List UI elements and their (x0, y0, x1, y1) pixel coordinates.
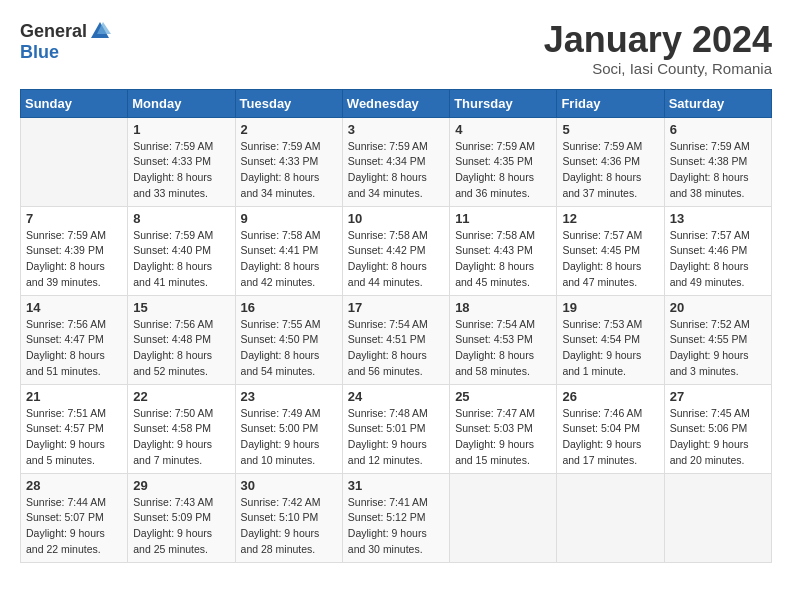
logo: General Blue (20, 20, 111, 63)
title-section: January 2024 Soci, Iasi County, Romania (544, 20, 772, 77)
day-info: Sunrise: 7:47 AMSunset: 5:03 PMDaylight:… (455, 406, 551, 469)
day-number: 21 (26, 389, 122, 404)
day-info: Sunrise: 7:56 AMSunset: 4:47 PMDaylight:… (26, 317, 122, 380)
day-info: Sunrise: 7:58 AMSunset: 4:41 PMDaylight:… (241, 228, 337, 291)
calendar-cell: 22Sunrise: 7:50 AMSunset: 4:58 PMDayligh… (128, 384, 235, 473)
day-info: Sunrise: 7:59 AMSunset: 4:40 PMDaylight:… (133, 228, 229, 291)
calendar-cell: 6Sunrise: 7:59 AMSunset: 4:38 PMDaylight… (664, 117, 771, 206)
calendar-cell: 29Sunrise: 7:43 AMSunset: 5:09 PMDayligh… (128, 473, 235, 562)
calendar-cell: 27Sunrise: 7:45 AMSunset: 5:06 PMDayligh… (664, 384, 771, 473)
day-info: Sunrise: 7:45 AMSunset: 5:06 PMDaylight:… (670, 406, 766, 469)
logo-blue-text: Blue (20, 42, 59, 62)
day-number: 17 (348, 300, 444, 315)
calendar-cell: 1Sunrise: 7:59 AMSunset: 4:33 PMDaylight… (128, 117, 235, 206)
day-info: Sunrise: 7:57 AMSunset: 4:45 PMDaylight:… (562, 228, 658, 291)
day-info: Sunrise: 7:52 AMSunset: 4:55 PMDaylight:… (670, 317, 766, 380)
calendar-cell (21, 117, 128, 206)
calendar-cell (664, 473, 771, 562)
day-number: 31 (348, 478, 444, 493)
calendar-cell: 3Sunrise: 7:59 AMSunset: 4:34 PMDaylight… (342, 117, 449, 206)
day-info: Sunrise: 7:43 AMSunset: 5:09 PMDaylight:… (133, 495, 229, 558)
day-info: Sunrise: 7:59 AMSunset: 4:38 PMDaylight:… (670, 139, 766, 202)
day-number: 30 (241, 478, 337, 493)
day-info: Sunrise: 7:59 AMSunset: 4:39 PMDaylight:… (26, 228, 122, 291)
logo-icon (89, 20, 111, 42)
day-number: 25 (455, 389, 551, 404)
day-number: 9 (241, 211, 337, 226)
day-number: 27 (670, 389, 766, 404)
day-number: 10 (348, 211, 444, 226)
day-number: 22 (133, 389, 229, 404)
day-number: 5 (562, 122, 658, 137)
calendar-cell: 20Sunrise: 7:52 AMSunset: 4:55 PMDayligh… (664, 295, 771, 384)
calendar-cell (450, 473, 557, 562)
calendar-cell: 19Sunrise: 7:53 AMSunset: 4:54 PMDayligh… (557, 295, 664, 384)
calendar-day-header: Wednesday (342, 89, 449, 117)
day-number: 14 (26, 300, 122, 315)
calendar-cell: 23Sunrise: 7:49 AMSunset: 5:00 PMDayligh… (235, 384, 342, 473)
day-info: Sunrise: 7:53 AMSunset: 4:54 PMDaylight:… (562, 317, 658, 380)
calendar-day-header: Thursday (450, 89, 557, 117)
day-number: 18 (455, 300, 551, 315)
day-number: 6 (670, 122, 766, 137)
calendar-cell: 8Sunrise: 7:59 AMSunset: 4:40 PMDaylight… (128, 206, 235, 295)
day-number: 28 (26, 478, 122, 493)
day-info: Sunrise: 7:57 AMSunset: 4:46 PMDaylight:… (670, 228, 766, 291)
day-number: 8 (133, 211, 229, 226)
calendar-cell: 30Sunrise: 7:42 AMSunset: 5:10 PMDayligh… (235, 473, 342, 562)
calendar-cell: 13Sunrise: 7:57 AMSunset: 4:46 PMDayligh… (664, 206, 771, 295)
calendar-cell: 17Sunrise: 7:54 AMSunset: 4:51 PMDayligh… (342, 295, 449, 384)
calendar-day-header: Friday (557, 89, 664, 117)
day-info: Sunrise: 7:59 AMSunset: 4:34 PMDaylight:… (348, 139, 444, 202)
calendar-cell (557, 473, 664, 562)
day-number: 15 (133, 300, 229, 315)
day-number: 1 (133, 122, 229, 137)
day-info: Sunrise: 7:58 AMSunset: 4:42 PMDaylight:… (348, 228, 444, 291)
calendar-cell: 28Sunrise: 7:44 AMSunset: 5:07 PMDayligh… (21, 473, 128, 562)
calendar-cell: 15Sunrise: 7:56 AMSunset: 4:48 PMDayligh… (128, 295, 235, 384)
day-info: Sunrise: 7:59 AMSunset: 4:35 PMDaylight:… (455, 139, 551, 202)
calendar-week-row: 14Sunrise: 7:56 AMSunset: 4:47 PMDayligh… (21, 295, 772, 384)
day-number: 19 (562, 300, 658, 315)
day-number: 20 (670, 300, 766, 315)
calendar-cell: 18Sunrise: 7:54 AMSunset: 4:53 PMDayligh… (450, 295, 557, 384)
calendar-cell: 31Sunrise: 7:41 AMSunset: 5:12 PMDayligh… (342, 473, 449, 562)
day-info: Sunrise: 7:49 AMSunset: 5:00 PMDaylight:… (241, 406, 337, 469)
day-number: 13 (670, 211, 766, 226)
calendar-cell: 10Sunrise: 7:58 AMSunset: 4:42 PMDayligh… (342, 206, 449, 295)
day-number: 26 (562, 389, 658, 404)
day-info: Sunrise: 7:59 AMSunset: 4:33 PMDaylight:… (241, 139, 337, 202)
calendar-day-header: Tuesday (235, 89, 342, 117)
calendar-day-header: Sunday (21, 89, 128, 117)
page-header: General Blue January 2024 Soci, Iasi Cou… (20, 20, 772, 77)
month-title: January 2024 (544, 20, 772, 60)
calendar-table: SundayMondayTuesdayWednesdayThursdayFrid… (20, 89, 772, 563)
location-text: Soci, Iasi County, Romania (544, 60, 772, 77)
day-info: Sunrise: 7:50 AMSunset: 4:58 PMDaylight:… (133, 406, 229, 469)
day-info: Sunrise: 7:44 AMSunset: 5:07 PMDaylight:… (26, 495, 122, 558)
calendar-cell: 4Sunrise: 7:59 AMSunset: 4:35 PMDaylight… (450, 117, 557, 206)
day-number: 4 (455, 122, 551, 137)
day-number: 16 (241, 300, 337, 315)
day-info: Sunrise: 7:58 AMSunset: 4:43 PMDaylight:… (455, 228, 551, 291)
day-info: Sunrise: 7:41 AMSunset: 5:12 PMDaylight:… (348, 495, 444, 558)
calendar-cell: 5Sunrise: 7:59 AMSunset: 4:36 PMDaylight… (557, 117, 664, 206)
calendar-day-header: Saturday (664, 89, 771, 117)
day-info: Sunrise: 7:59 AMSunset: 4:36 PMDaylight:… (562, 139, 658, 202)
calendar-header-row: SundayMondayTuesdayWednesdayThursdayFrid… (21, 89, 772, 117)
day-number: 2 (241, 122, 337, 137)
day-info: Sunrise: 7:55 AMSunset: 4:50 PMDaylight:… (241, 317, 337, 380)
day-number: 23 (241, 389, 337, 404)
day-number: 29 (133, 478, 229, 493)
day-number: 7 (26, 211, 122, 226)
day-info: Sunrise: 7:46 AMSunset: 5:04 PMDaylight:… (562, 406, 658, 469)
calendar-cell: 11Sunrise: 7:58 AMSunset: 4:43 PMDayligh… (450, 206, 557, 295)
day-info: Sunrise: 7:59 AMSunset: 4:33 PMDaylight:… (133, 139, 229, 202)
day-info: Sunrise: 7:48 AMSunset: 5:01 PMDaylight:… (348, 406, 444, 469)
calendar-cell: 26Sunrise: 7:46 AMSunset: 5:04 PMDayligh… (557, 384, 664, 473)
day-info: Sunrise: 7:56 AMSunset: 4:48 PMDaylight:… (133, 317, 229, 380)
day-number: 12 (562, 211, 658, 226)
day-number: 3 (348, 122, 444, 137)
calendar-cell: 25Sunrise: 7:47 AMSunset: 5:03 PMDayligh… (450, 384, 557, 473)
calendar-cell: 14Sunrise: 7:56 AMSunset: 4:47 PMDayligh… (21, 295, 128, 384)
